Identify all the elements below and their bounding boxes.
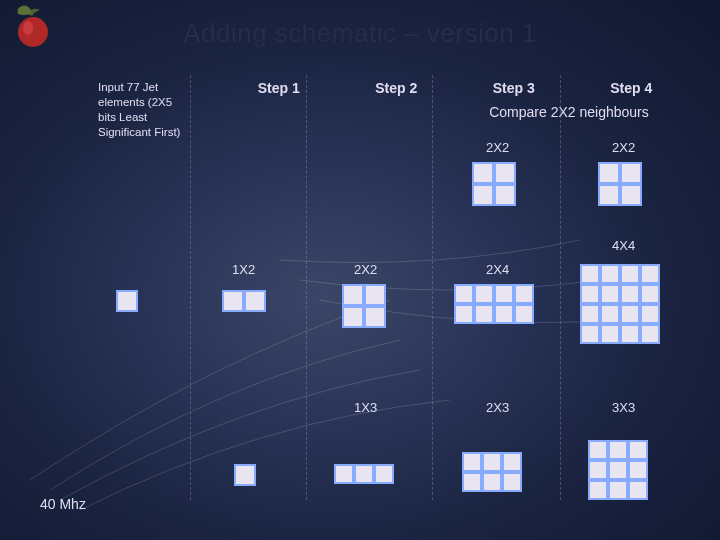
grid-2x2 [342,284,386,328]
step-header: Step 1 [220,80,338,96]
step-headers: Step 1 Step 2 Step 3 Step 4 [220,80,690,96]
grid-4x4 [580,264,660,344]
step-header: Step 2 [338,80,456,96]
grid-1x2 [222,290,266,312]
column-divider [190,75,191,500]
column-divider [560,75,561,500]
grid-1x3 [334,464,394,484]
grid-2x4 [454,284,534,324]
step-header: Step 3 [455,80,573,96]
grid-2x2 [598,162,642,206]
column-divider [306,75,307,500]
step-header: Step 4 [573,80,691,96]
grid-size-label: 3X3 [612,400,635,415]
grid-size-label: 4X4 [612,238,635,253]
grid-2x2 [472,162,516,206]
grid-size-label: 1X2 [232,262,255,277]
grid-size-label: 2X3 [486,400,509,415]
grid-2x3 [462,452,522,492]
grid-size-label: 2X2 [612,140,635,155]
input-description: Input 77 Jet elements (2X5 bits Least Si… [98,80,190,140]
column-divider [432,75,433,500]
grid-size-label: 2X2 [354,262,377,277]
clock-label: 40 Mhz [40,496,86,512]
grid-size-label: 2X4 [486,262,509,277]
grid-1x1 [234,464,256,486]
grid-size-label: 2X2 [486,140,509,155]
grid-3x3 [588,440,648,500]
grid-1x1 [116,290,138,312]
page-title: Adding schematic – version 1 [0,18,720,49]
grid-size-label: 1X3 [354,400,377,415]
compare-label: Compare 2X2 neighbours [458,104,680,120]
